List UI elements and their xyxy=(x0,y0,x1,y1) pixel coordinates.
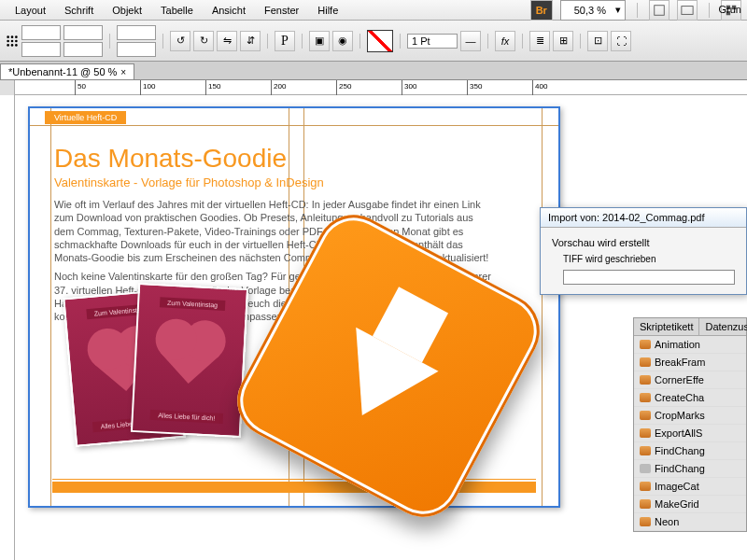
list-item[interactable]: CropMarks xyxy=(634,407,746,425)
w-field[interactable] xyxy=(63,25,103,40)
menu-objekt[interactable]: Objekt xyxy=(103,2,151,19)
svg-point-10 xyxy=(15,39,18,42)
reference-point-icon[interactable] xyxy=(6,35,19,48)
svg-point-7 xyxy=(15,35,18,38)
svg-rect-1 xyxy=(682,6,693,14)
dialog-status: Vorschau wird erstellt xyxy=(552,237,735,248)
main-menu: Layout Schrift Objekt Tabelle Ansicht Fe… xyxy=(0,0,747,21)
section-badge: Virtuelle Heft-CD xyxy=(45,111,126,124)
import-dialog: Import von: 2014-02_Commag.pdf Vorschau … xyxy=(540,207,747,295)
select-content-icon[interactable]: ◉ xyxy=(332,31,353,51)
progress-bar xyxy=(563,270,735,285)
menu-layout[interactable]: Layout xyxy=(6,2,55,19)
svg-point-9 xyxy=(11,39,14,42)
menu-tabelle[interactable]: Tabelle xyxy=(151,2,203,19)
text-wrap2-icon[interactable]: ⊞ xyxy=(553,31,573,51)
horizontal-ruler[interactable]: 50 100 150 200 250 300 350 400 xyxy=(0,80,747,95)
list-item[interactable]: Neon xyxy=(634,513,746,531)
script-icon xyxy=(640,446,651,455)
effects-icon[interactable]: fx xyxy=(495,31,515,51)
script-icon xyxy=(640,499,651,509)
menu-fenster[interactable]: Fenster xyxy=(255,2,308,19)
zoom-level[interactable]: 50,3 % ▾ xyxy=(560,0,626,21)
select-container-icon[interactable]: ▣ xyxy=(309,31,330,51)
control-panel: ↺ ↻ ⇋ ⇵ P ▣ ◉ 1 Pt — fx ≣ ⊞ ⊡ ⛶ xyxy=(0,21,747,62)
x-field[interactable] xyxy=(21,25,61,40)
h-field[interactable] xyxy=(63,42,103,57)
flip-h-icon[interactable]: ⇋ xyxy=(217,31,237,51)
fit-icon[interactable]: ⛶ xyxy=(611,31,631,51)
script-icon xyxy=(640,517,651,526)
tab-skriptetikett[interactable]: Skriptetikett xyxy=(634,318,699,335)
list-item[interactable]: CreateCha xyxy=(634,389,746,407)
scale-x-field[interactable] xyxy=(117,25,156,40)
close-icon[interactable]: × xyxy=(120,67,126,77)
script-icon xyxy=(640,357,651,367)
fill-swatch[interactable] xyxy=(367,30,393,52)
rotate-cw-icon[interactable]: ↻ xyxy=(193,31,214,51)
page-subtitle: Valentinskarte - Vorlage für Photoshop &… xyxy=(54,175,324,189)
menu-ansicht[interactable]: Ansicht xyxy=(203,2,255,19)
svg-point-8 xyxy=(7,39,9,42)
list-item[interactable]: CornerEffe xyxy=(634,371,746,389)
script-icon xyxy=(640,393,651,402)
list-item[interactable]: FindChang xyxy=(634,442,746,460)
svg-point-11 xyxy=(7,44,9,47)
flip-v-icon[interactable]: ⇵ xyxy=(240,31,261,51)
rotate-ccw-icon[interactable]: ↺ xyxy=(170,31,190,51)
view-mode-icon[interactable] xyxy=(649,0,669,21)
vertical-ruler[interactable] xyxy=(0,95,15,560)
folder-icon xyxy=(640,464,651,473)
script-list: Animation BreakFram CornerEffe CreateCha… xyxy=(634,336,746,531)
list-item[interactable]: ImageCat xyxy=(634,478,746,496)
list-item[interactable]: BreakFram xyxy=(634,354,746,371)
workspace-label[interactable]: Grun xyxy=(719,4,741,15)
svg-point-13 xyxy=(15,44,18,47)
crop-icon[interactable]: ⊡ xyxy=(587,31,608,51)
page-title: Das Monats-Goodie xyxy=(54,144,287,174)
menu-hilfe[interactable]: Hilfe xyxy=(308,2,347,19)
tab-datenzus[interactable]: Datenzus xyxy=(699,318,747,335)
script-icon xyxy=(640,375,651,385)
svg-point-5 xyxy=(7,35,9,38)
text-wrap-icon[interactable]: ≣ xyxy=(529,31,550,51)
list-item[interactable]: ExportAllS xyxy=(634,425,746,442)
document-tab[interactable]: *Unbenannt-11 @ 50 %× xyxy=(0,63,134,79)
scripts-panel: Skriptetikett Datenzus Animation BreakFr… xyxy=(633,317,747,532)
arrow-icon xyxy=(321,328,439,438)
stroke-style-icon[interactable]: — xyxy=(460,31,481,51)
stroke-weight[interactable]: 1 Pt xyxy=(407,34,458,49)
bridge-icon[interactable]: Br xyxy=(530,0,553,21)
dialog-substatus: TIFF wird geschrieben xyxy=(563,254,735,264)
script-icon xyxy=(640,482,651,491)
svg-rect-0 xyxy=(655,5,665,15)
list-item[interactable]: FindChang xyxy=(634,460,746,478)
script-icon xyxy=(640,428,651,438)
list-item[interactable]: Animation xyxy=(634,336,746,354)
screen-mode-icon[interactable] xyxy=(677,0,698,21)
list-item[interactable]: MakeGrid xyxy=(634,496,746,513)
menu-schrift[interactable]: Schrift xyxy=(55,2,103,19)
svg-point-12 xyxy=(11,44,14,47)
svg-point-6 xyxy=(11,35,14,38)
script-icon xyxy=(640,411,651,420)
scale-y-field[interactable] xyxy=(117,42,156,57)
dialog-title: Import von: 2014-02_Commag.pdf xyxy=(541,208,746,228)
paragraph-icon[interactable]: P xyxy=(275,31,295,51)
y-field[interactable] xyxy=(21,42,61,57)
script-icon xyxy=(640,340,651,349)
document-tabs: *Unbenannt-11 @ 50 %× xyxy=(0,62,747,80)
